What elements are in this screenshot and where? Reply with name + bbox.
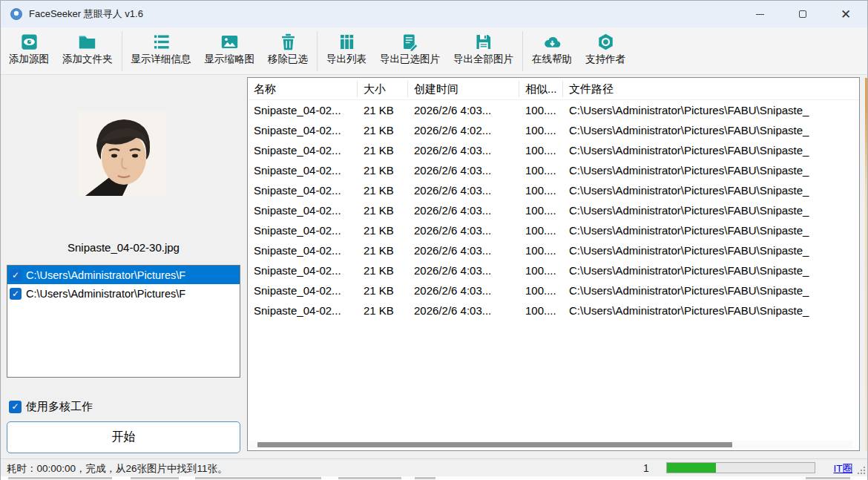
table-cell: C:\Users\Administrator\Pictures\FABU\Sni… bbox=[563, 124, 859, 137]
online-help-button[interactable]: 在线帮助 bbox=[525, 30, 579, 68]
column-header-filepath[interactable]: 文件路径 bbox=[563, 81, 859, 97]
minimize-icon bbox=[756, 14, 764, 15]
table-cell: 2026/2/6 4:02... bbox=[408, 124, 519, 137]
cloud-help-icon bbox=[542, 32, 562, 52]
column-header-created[interactable]: 创建时间 bbox=[408, 81, 519, 97]
toolbar: 添加源图 添加文件夹 显示详细信息 显示缩略图 bbox=[1, 27, 867, 75]
table-cell: Snipaste_04-02... bbox=[248, 184, 358, 197]
progress-bar bbox=[666, 462, 815, 473]
table-cell: 100.... bbox=[519, 164, 563, 177]
table-cell: 21 KB bbox=[358, 184, 408, 197]
thread-counter: 1 bbox=[643, 462, 649, 474]
details-list-icon bbox=[151, 32, 171, 52]
source-path: C:\Users\Administrator\Pictures\F bbox=[26, 269, 185, 281]
minimize-button[interactable] bbox=[738, 1, 781, 27]
table-cell: 2026/2/6 4:03... bbox=[408, 144, 519, 157]
column-header-similarity[interactable]: 相似... bbox=[519, 81, 563, 97]
table-row[interactable]: Snipaste_04-02...21 KB2026/2/6 4:02...10… bbox=[248, 120, 859, 140]
table-cell: 21 KB bbox=[358, 204, 408, 217]
remove-selected-button[interactable]: 移除已选 bbox=[261, 30, 315, 68]
maximize-button[interactable] bbox=[781, 1, 824, 27]
list-item[interactable]: ✓ C:\Users\Administrator\Pictures\F bbox=[7, 284, 240, 303]
app-window: FaceSeeker 慧眼寻人 v1.6 ✕ 添加源图 添加文件夹 bbox=[0, 0, 868, 480]
toolbar-separator bbox=[122, 31, 122, 71]
window-title: FaceSeeker 慧眼寻人 v1.6 bbox=[29, 7, 143, 21]
table-cell: Snipaste_04-02... bbox=[248, 284, 358, 297]
source-image-preview bbox=[78, 112, 166, 196]
table-cell: Snipaste_04-02... bbox=[248, 304, 358, 317]
table-cell: 100.... bbox=[519, 224, 563, 237]
column-header-name[interactable]: 名称 bbox=[248, 81, 358, 97]
table-row[interactable]: Snipaste_04-02...21 KB2026/2/6 4:03...10… bbox=[248, 200, 859, 220]
table-cell: C:\Users\Administrator\Pictures\FABU\Sni… bbox=[563, 244, 859, 257]
start-button[interactable]: 开始 bbox=[7, 421, 240, 453]
app-logo-icon bbox=[10, 8, 22, 20]
checkbox-checked-icon[interactable]: ✓ bbox=[9, 401, 22, 413]
table-cell: 100.... bbox=[519, 244, 563, 257]
toolbar-label: 添加文件夹 bbox=[62, 53, 113, 66]
source-path: C:\Users\Administrator\Pictures\F bbox=[26, 288, 185, 300]
trash-icon bbox=[278, 32, 298, 52]
multicore-option[interactable]: ✓ 使用多核工作 bbox=[9, 400, 93, 414]
add-folder-icon bbox=[77, 32, 97, 52]
table-cell: 2026/2/6 4:03... bbox=[408, 224, 519, 237]
resize-grip[interactable] bbox=[857, 466, 866, 475]
export-list-button[interactable]: 导出列表 bbox=[320, 30, 373, 68]
table-cell: C:\Users\Administrator\Pictures\FABU\Sni… bbox=[563, 204, 859, 217]
table-row[interactable]: Snipaste_04-02...21 KB2026/2/6 4:03...10… bbox=[248, 180, 859, 200]
table-row[interactable]: Snipaste_04-02...21 KB2026/2/6 4:03...10… bbox=[248, 300, 859, 320]
preview-filename: Snipaste_04-02-30.jpg bbox=[1, 241, 246, 254]
table-cell: 100.... bbox=[519, 284, 563, 297]
checkbox-checked-icon[interactable]: ✓ bbox=[10, 288, 22, 300]
table-row[interactable]: Snipaste_04-02...21 KB2026/2/6 4:03...10… bbox=[248, 220, 859, 240]
toolbar-label: 移除已选 bbox=[268, 53, 308, 66]
table-cell: 2026/2/6 4:03... bbox=[408, 264, 519, 277]
table-row[interactable]: Snipaste_04-02...21 KB2026/2/6 4:03...10… bbox=[248, 280, 859, 300]
table-cell: Snipaste_04-02... bbox=[248, 124, 358, 137]
export-selected-button[interactable]: 导出已选图片 bbox=[373, 30, 447, 68]
table-cell: 100.... bbox=[519, 144, 563, 157]
support-author-button[interactable]: 支持作者 bbox=[579, 30, 632, 68]
status-bar: 耗时：00:00:00，完成，从26张图片中找到11张。 1 IT圈 bbox=[1, 458, 867, 476]
show-thumbnails-button[interactable]: 显示缩略图 bbox=[198, 30, 262, 68]
close-button[interactable]: ✕ bbox=[824, 1, 867, 27]
table-row[interactable]: Snipaste_04-02...21 KB2026/2/6 4:03...10… bbox=[248, 140, 859, 160]
add-folder-button[interactable]: 添加文件夹 bbox=[56, 30, 119, 68]
source-panel: Snipaste_04-02-30.jpg ✓ C:\Users\Adminis… bbox=[1, 75, 246, 458]
results-table: 名称 大小 创建时间 相似... 文件路径 Snipaste_04-02...2… bbox=[247, 77, 860, 451]
list-item[interactable]: ✓ C:\Users\Administrator\Pictures\F bbox=[7, 266, 240, 284]
export-all-button[interactable]: 导出全部图片 bbox=[447, 30, 520, 68]
multicore-label: 使用多核工作 bbox=[26, 400, 93, 414]
add-source-image-button[interactable]: 添加源图 bbox=[2, 30, 56, 68]
table-cell: 2026/2/6 4:03... bbox=[408, 284, 519, 297]
toolbar-label: 导出全部图片 bbox=[453, 53, 513, 66]
table-cell: 100.... bbox=[519, 104, 563, 116]
table-cell: Snipaste_04-02... bbox=[248, 224, 358, 237]
toolbar-separator bbox=[522, 31, 523, 71]
toolbar-label: 显示详细信息 bbox=[131, 53, 191, 66]
progress-fill bbox=[667, 463, 716, 473]
it-circle-link[interactable]: IT圈 bbox=[834, 462, 853, 476]
table-row[interactable]: Snipaste_04-02...21 KB2026/2/6 4:03...10… bbox=[248, 100, 859, 120]
add-source-image-icon bbox=[19, 32, 39, 52]
table-cell: 21 KB bbox=[358, 144, 408, 157]
horizontal-scrollbar[interactable] bbox=[249, 441, 853, 449]
column-header-size[interactable]: 大小 bbox=[358, 81, 408, 97]
horizontal-scrollbar-thumb[interactable] bbox=[257, 442, 732, 447]
table-cell: C:\Users\Administrator\Pictures\FABU\Sni… bbox=[563, 164, 859, 177]
export-all-icon bbox=[473, 32, 493, 52]
table-row[interactable]: Snipaste_04-02...21 KB2026/2/6 4:03...10… bbox=[248, 260, 859, 280]
toolbar-label: 导出列表 bbox=[326, 53, 366, 66]
table-row[interactable]: Snipaste_04-02...21 KB2026/2/6 4:03...10… bbox=[248, 240, 859, 260]
table-cell: 21 KB bbox=[358, 124, 408, 137]
table-cell: 2026/2/6 4:03... bbox=[408, 244, 519, 257]
table-cell: C:\Users\Administrator\Pictures\FABU\Sni… bbox=[563, 304, 859, 317]
show-details-button[interactable]: 显示详细信息 bbox=[125, 30, 198, 68]
table-cell: 21 KB bbox=[358, 224, 408, 237]
table-cell: 21 KB bbox=[358, 284, 408, 297]
maximize-icon bbox=[799, 10, 806, 18]
results-table-body: Snipaste_04-02...21 KB2026/2/6 4:03...10… bbox=[248, 100, 859, 320]
table-cell: 21 KB bbox=[358, 304, 408, 317]
table-row[interactable]: Snipaste_04-02...21 KB2026/2/6 4:03...10… bbox=[248, 160, 859, 180]
checkbox-checked-icon[interactable]: ✓ bbox=[10, 269, 22, 281]
